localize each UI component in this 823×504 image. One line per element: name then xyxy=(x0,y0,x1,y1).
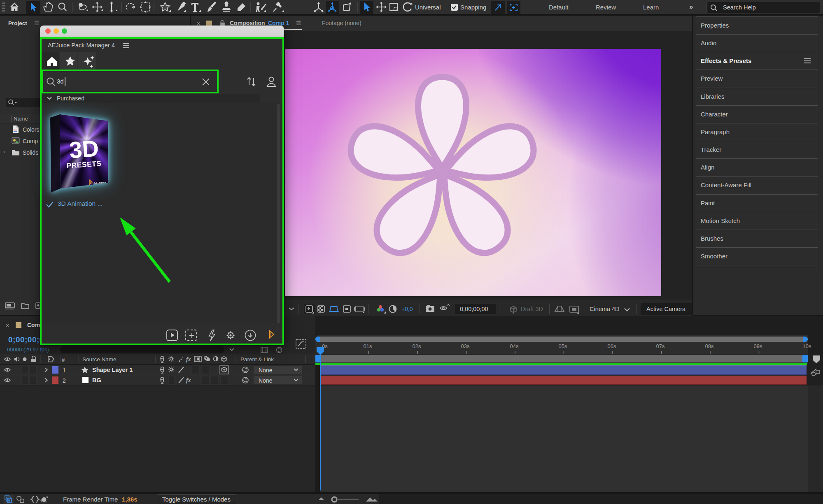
svg-text:fx: fx xyxy=(186,356,191,362)
svg-text:fx: fx xyxy=(186,377,191,383)
